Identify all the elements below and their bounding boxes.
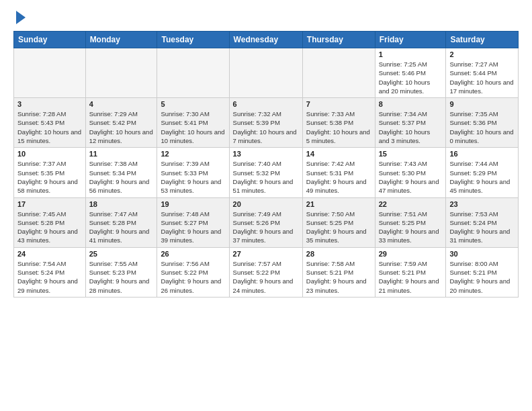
day-number: 15 xyxy=(379,150,443,158)
calendar-week-row: 17Sunrise: 7:45 AM Sunset: 5:28 PM Dayli… xyxy=(14,197,519,247)
day-info: Sunrise: 7:40 AM Sunset: 5:32 PM Dayligh… xyxy=(233,159,299,195)
calendar-day: 23Sunrise: 7:53 AM Sunset: 5:24 PM Dayli… xyxy=(446,197,519,247)
calendar-header-row: SundayMondayTuesdayWednesdayThursdayFrid… xyxy=(14,32,519,48)
logo xyxy=(13,11,26,24)
day-number: 7 xyxy=(306,100,371,108)
day-info: Sunrise: 7:43 AM Sunset: 5:30 PM Dayligh… xyxy=(379,159,443,195)
calendar-day: 26Sunrise: 7:56 AM Sunset: 5:22 PM Dayli… xyxy=(157,247,229,297)
day-info: Sunrise: 7:38 AM Sunset: 5:34 PM Dayligh… xyxy=(89,159,154,195)
calendar-day: 10Sunrise: 7:37 AM Sunset: 5:35 PM Dayli… xyxy=(14,148,86,197)
calendar-day: 22Sunrise: 7:51 AM Sunset: 5:25 PM Dayli… xyxy=(375,197,446,247)
day-info: Sunrise: 7:49 AM Sunset: 5:26 PM Dayligh… xyxy=(233,210,299,245)
calendar-day: 21Sunrise: 7:50 AM Sunset: 5:25 PM Dayli… xyxy=(302,197,375,247)
day-info: Sunrise: 7:39 AM Sunset: 5:33 PM Dayligh… xyxy=(161,159,225,195)
day-info: Sunrise: 7:28 AM Sunset: 5:43 PM Dayligh… xyxy=(17,109,82,145)
day-number: 22 xyxy=(379,200,443,208)
day-info: Sunrise: 7:57 AM Sunset: 5:22 PM Dayligh… xyxy=(233,259,299,295)
day-number: 10 xyxy=(17,150,82,158)
calendar-day: 29Sunrise: 7:59 AM Sunset: 5:21 PM Dayli… xyxy=(375,247,446,297)
calendar-day: 7Sunrise: 7:33 AM Sunset: 5:38 PM Daylig… xyxy=(302,98,375,148)
calendar-header-friday: Friday xyxy=(375,32,446,48)
day-number: 18 xyxy=(89,200,154,208)
calendar-day: 1Sunrise: 7:25 AM Sunset: 5:46 PM Daylig… xyxy=(375,48,446,98)
calendar-header-monday: Monday xyxy=(85,32,157,48)
calendar-week-row: 3Sunrise: 7:28 AM Sunset: 5:43 PM Daylig… xyxy=(14,98,519,148)
day-info: Sunrise: 8:00 AM Sunset: 5:21 PM Dayligh… xyxy=(449,259,515,295)
day-number: 12 xyxy=(161,150,225,158)
day-info: Sunrise: 7:53 AM Sunset: 5:24 PM Dayligh… xyxy=(449,210,515,245)
calendar-week-row: 10Sunrise: 7:37 AM Sunset: 5:35 PM Dayli… xyxy=(14,148,519,197)
calendar-day: 18Sunrise: 7:47 AM Sunset: 5:28 PM Dayli… xyxy=(85,197,157,247)
calendar: SundayMondayTuesdayWednesdayThursdayFrid… xyxy=(13,31,519,298)
day-info: Sunrise: 7:42 AM Sunset: 5:31 PM Dayligh… xyxy=(306,159,371,195)
calendar-week-row: 24Sunrise: 7:54 AM Sunset: 5:24 PM Dayli… xyxy=(14,247,519,297)
day-info: Sunrise: 7:34 AM Sunset: 5:37 PM Dayligh… xyxy=(379,109,443,145)
calendar-header-wednesday: Wednesday xyxy=(229,32,302,48)
day-number: 29 xyxy=(379,250,443,258)
calendar-header-thursday: Thursday xyxy=(302,32,375,48)
day-info: Sunrise: 7:29 AM Sunset: 5:42 PM Dayligh… xyxy=(89,109,154,145)
calendar-day: 19Sunrise: 7:48 AM Sunset: 5:27 PM Dayli… xyxy=(157,197,229,247)
day-number: 14 xyxy=(306,150,371,158)
calendar-day: 14Sunrise: 7:42 AM Sunset: 5:31 PM Dayli… xyxy=(302,148,375,197)
calendar-day xyxy=(302,48,375,98)
calendar-day: 5Sunrise: 7:30 AM Sunset: 5:41 PM Daylig… xyxy=(157,98,229,148)
day-info: Sunrise: 7:56 AM Sunset: 5:22 PM Dayligh… xyxy=(161,259,225,295)
day-number: 1 xyxy=(379,50,443,58)
day-number: 17 xyxy=(17,200,82,208)
day-number: 13 xyxy=(233,150,299,158)
day-info: Sunrise: 7:32 AM Sunset: 5:39 PM Dayligh… xyxy=(233,109,299,145)
calendar-day: 2Sunrise: 7:27 AM Sunset: 5:44 PM Daylig… xyxy=(446,48,519,98)
calendar-day: 20Sunrise: 7:49 AM Sunset: 5:26 PM Dayli… xyxy=(229,197,302,247)
calendar-day: 6Sunrise: 7:32 AM Sunset: 5:39 PM Daylig… xyxy=(229,98,302,148)
day-info: Sunrise: 7:45 AM Sunset: 5:28 PM Dayligh… xyxy=(17,210,82,245)
calendar-day: 4Sunrise: 7:29 AM Sunset: 5:42 PM Daylig… xyxy=(85,98,157,148)
day-info: Sunrise: 7:35 AM Sunset: 5:36 PM Dayligh… xyxy=(449,109,515,145)
day-number: 8 xyxy=(379,100,443,108)
calendar-day: 16Sunrise: 7:44 AM Sunset: 5:29 PM Dayli… xyxy=(446,148,519,197)
day-info: Sunrise: 7:50 AM Sunset: 5:25 PM Dayligh… xyxy=(306,210,371,245)
day-info: Sunrise: 7:58 AM Sunset: 5:21 PM Dayligh… xyxy=(306,259,371,295)
day-info: Sunrise: 7:44 AM Sunset: 5:29 PM Dayligh… xyxy=(449,159,515,195)
calendar-day xyxy=(229,48,302,98)
day-info: Sunrise: 7:25 AM Sunset: 5:46 PM Dayligh… xyxy=(379,60,443,95)
day-number: 3 xyxy=(17,100,82,108)
day-info: Sunrise: 7:47 AM Sunset: 5:28 PM Dayligh… xyxy=(89,210,154,245)
day-number: 5 xyxy=(161,100,225,108)
day-number: 2 xyxy=(449,50,515,58)
calendar-day xyxy=(14,48,86,98)
calendar-week-row: 1Sunrise: 7:25 AM Sunset: 5:46 PM Daylig… xyxy=(14,48,519,98)
day-number: 30 xyxy=(449,250,515,258)
day-number: 24 xyxy=(17,250,82,258)
calendar-header-tuesday: Tuesday xyxy=(157,32,229,48)
calendar-day: 17Sunrise: 7:45 AM Sunset: 5:28 PM Dayli… xyxy=(14,197,86,247)
day-number: 6 xyxy=(233,100,299,108)
day-info: Sunrise: 7:55 AM Sunset: 5:23 PM Dayligh… xyxy=(89,259,154,295)
calendar-day: 25Sunrise: 7:55 AM Sunset: 5:23 PM Dayli… xyxy=(85,247,157,297)
day-number: 19 xyxy=(161,200,225,208)
day-number: 4 xyxy=(89,100,154,108)
day-info: Sunrise: 7:27 AM Sunset: 5:44 PM Dayligh… xyxy=(449,60,515,95)
calendar-day: 8Sunrise: 7:34 AM Sunset: 5:37 PM Daylig… xyxy=(375,98,446,148)
day-info: Sunrise: 7:59 AM Sunset: 5:21 PM Dayligh… xyxy=(379,259,443,295)
header xyxy=(13,11,519,24)
calendar-header-sunday: Sunday xyxy=(14,32,86,48)
calendar-day: 15Sunrise: 7:43 AM Sunset: 5:30 PM Dayli… xyxy=(375,148,446,197)
day-number: 20 xyxy=(233,200,299,208)
day-number: 16 xyxy=(449,150,515,158)
calendar-day: 24Sunrise: 7:54 AM Sunset: 5:24 PM Dayli… xyxy=(14,247,86,297)
calendar-day: 12Sunrise: 7:39 AM Sunset: 5:33 PM Dayli… xyxy=(157,148,229,197)
day-info: Sunrise: 7:54 AM Sunset: 5:24 PM Dayligh… xyxy=(17,259,82,295)
day-number: 23 xyxy=(449,200,515,208)
calendar-day: 28Sunrise: 7:58 AM Sunset: 5:21 PM Dayli… xyxy=(302,247,375,297)
day-info: Sunrise: 7:33 AM Sunset: 5:38 PM Dayligh… xyxy=(306,109,371,145)
day-number: 21 xyxy=(306,200,371,208)
calendar-day: 30Sunrise: 8:00 AM Sunset: 5:21 PM Dayli… xyxy=(446,247,519,297)
day-number: 11 xyxy=(89,150,154,158)
day-number: 26 xyxy=(161,250,225,258)
calendar-day xyxy=(157,48,229,98)
day-number: 9 xyxy=(449,100,515,108)
day-info: Sunrise: 7:51 AM Sunset: 5:25 PM Dayligh… xyxy=(379,210,443,245)
logo-arrow-icon xyxy=(16,11,26,24)
day-number: 25 xyxy=(89,250,154,258)
